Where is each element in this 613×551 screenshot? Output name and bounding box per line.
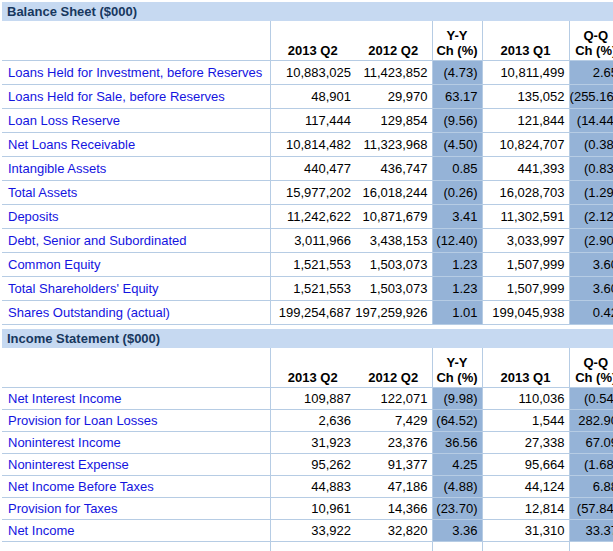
table-row: Net Income 33,922 32,820 3.36 31,310 33.… xyxy=(2,520,613,542)
row-label-link[interactable]: Shares Outstanding (actual) xyxy=(2,301,270,325)
row-label-link[interactable]: Loans Held for Sale, before Reserves xyxy=(2,85,270,109)
table-row: Loans Held for Sale, before Reserves 48,… xyxy=(2,85,613,109)
column-header-line: Ch (%) xyxy=(570,370,613,385)
row-label-link[interactable]: Net Loans Receivable xyxy=(2,133,270,157)
column-header-line: Q-Q xyxy=(570,28,613,43)
row-label-link[interactable]: Total Assets xyxy=(2,181,270,205)
column-header-qq-change: Q-Q Ch (%) xyxy=(569,21,613,61)
value-2013-q2: 48,901 xyxy=(270,85,355,109)
table-row: Deposits 11,242,622 10,871,679 3.41 11,3… xyxy=(2,205,613,229)
row-label-link[interactable]: Noninterest Income xyxy=(2,432,270,454)
value-yy-change: (23.70) xyxy=(432,498,482,520)
value-yy-change: 1.23 xyxy=(432,277,482,301)
value-2013-q2: 109,887 xyxy=(270,388,355,410)
column-header-2013-q2: 2013 Q2 xyxy=(270,348,355,388)
value-yy-change: (64.52) xyxy=(432,410,482,432)
value-qq-change: (2.90) xyxy=(569,229,613,253)
table-row: Noninterest Income 31,923 23,376 36.56 2… xyxy=(2,432,613,454)
value-2013-q2: 15,977,202 xyxy=(270,181,355,205)
row-label-link[interactable]: Noninterest Expense xyxy=(2,454,270,476)
value-qq-change: (255.16) xyxy=(569,85,613,109)
empty-partial-row xyxy=(2,542,613,551)
value-yy-change: 1.01 xyxy=(432,301,482,325)
value-2012-q2: 197,259,926 xyxy=(355,301,432,325)
column-header-line: Ch (%) xyxy=(433,43,482,58)
value-2013-q2: 10,883,025 xyxy=(270,61,355,85)
value-2013-q2: 199,254,687 xyxy=(270,301,355,325)
table-row: Net Income Before Taxes 44,883 47,186 (4… xyxy=(2,476,613,498)
value-2013-q2: 95,262 xyxy=(270,454,355,476)
row-label-link[interactable]: Loan Loss Reserve xyxy=(2,109,270,133)
value-yy-change: (4.50) xyxy=(432,133,482,157)
value-yy-change: (4.88) xyxy=(432,476,482,498)
row-label-link[interactable]: Net Income Before Taxes xyxy=(2,476,270,498)
table-row: Net Interest Income 109,887 122,071 (9.9… xyxy=(2,388,613,410)
value-2013-q1: 1,507,999 xyxy=(482,277,569,301)
row-label-link[interactable]: Net Income xyxy=(2,520,270,542)
value-2012-q2: 7,429 xyxy=(355,410,432,432)
value-2012-q2: 11,423,852 xyxy=(355,61,432,85)
value-2013-q1: 27,338 xyxy=(482,432,569,454)
value-2013-q2: 11,242,622 xyxy=(270,205,355,229)
row-label-link[interactable]: Loans Held for Investment, before Reserv… xyxy=(2,61,270,85)
value-2013-q1: 3,033,997 xyxy=(482,229,569,253)
value-qq-change: (0.83) xyxy=(569,157,613,181)
column-header-2012-q2: 2012 Q2 xyxy=(355,21,432,61)
row-label-link[interactable]: Debt, Senior and Subordinated xyxy=(2,229,270,253)
value-2013-q1: 121,844 xyxy=(482,109,569,133)
value-yy-change: (4.73) xyxy=(432,61,482,85)
value-2013-q1: 44,124 xyxy=(482,476,569,498)
income-statement-title: Income Statement ($000) xyxy=(7,331,160,346)
column-header-line: Y-Y xyxy=(433,28,482,43)
value-2013-q1: 10,811,499 xyxy=(482,61,569,85)
empty-cell xyxy=(569,542,613,551)
value-yy-change: 63.17 xyxy=(432,85,482,109)
row-label-link[interactable]: Net Interest Income xyxy=(2,388,270,410)
income-statement-section-header: Income Statement ($000) xyxy=(2,329,613,348)
value-qq-change: (1.68) xyxy=(569,454,613,476)
value-2012-q2: 3,438,153 xyxy=(355,229,432,253)
value-2013-q1: 12,814 xyxy=(482,498,569,520)
balance-sheet-column-header-row: 2013 Q2 2012 Q2 Y-Y Ch (%) 2013 Q1 Q-Q C… xyxy=(2,21,613,61)
row-label-link[interactable]: Provision for Loan Losses xyxy=(2,410,270,432)
column-header-qq-change: Q-Q Ch (%) xyxy=(569,348,613,388)
row-label-link[interactable]: Deposits xyxy=(2,205,270,229)
value-yy-change: 4.25 xyxy=(432,454,482,476)
value-yy-change: (12.40) xyxy=(432,229,482,253)
value-2012-q2: 129,854 xyxy=(355,109,432,133)
value-2012-q2: 1,503,073 xyxy=(355,277,432,301)
value-qq-change: (1.29) xyxy=(569,181,613,205)
value-qq-change: (57.84) xyxy=(569,498,613,520)
value-2012-q2: 23,376 xyxy=(355,432,432,454)
table-row: Noninterest Expense 95,262 91,377 4.25 9… xyxy=(2,454,613,476)
row-label-link[interactable]: Provision for Taxes xyxy=(2,498,270,520)
column-header-line: Ch (%) xyxy=(570,43,613,58)
value-2012-q2: 14,366 xyxy=(355,498,432,520)
column-header-line: Ch (%) xyxy=(433,370,482,385)
value-2012-q2: 47,186 xyxy=(355,476,432,498)
value-2012-q2: 1,503,073 xyxy=(355,253,432,277)
value-2012-q2: 10,871,679 xyxy=(355,205,432,229)
value-2012-q2: 32,820 xyxy=(355,520,432,542)
value-2012-q2: 436,747 xyxy=(355,157,432,181)
value-2013-q1: 11,302,591 xyxy=(482,205,569,229)
balance-sheet-section-header: Balance Sheet ($000) xyxy=(2,2,613,21)
value-2013-q2: 44,883 xyxy=(270,476,355,498)
column-header-2013-q1: 2013 Q1 xyxy=(482,21,569,61)
table-row: Loan Loss Reserve 117,444 129,854 (9.56)… xyxy=(2,109,613,133)
table-row: Shares Outstanding (actual) 199,254,687 … xyxy=(2,301,613,325)
row-label-link[interactable]: Common Equity xyxy=(2,253,270,277)
balance-sheet-table: 2013 Q2 2012 Q2 Y-Y Ch (%) 2013 Q1 Q-Q C… xyxy=(2,21,613,325)
value-qq-change: 0.42 xyxy=(569,301,613,325)
value-2012-q2: 122,071 xyxy=(355,388,432,410)
empty-cell xyxy=(355,542,432,551)
value-2013-q2: 117,444 xyxy=(270,109,355,133)
table-row: Provision for Loan Losses 2,636 7,429 (6… xyxy=(2,410,613,432)
page: Balance Sheet ($000) 2013 Q2 2012 Q2 Y-Y… xyxy=(0,0,613,551)
value-yy-change: 3.36 xyxy=(432,520,482,542)
row-label-link[interactable]: Intangible Assets xyxy=(2,157,270,181)
value-yy-change: 3.41 xyxy=(432,205,482,229)
column-header-2012-q2: 2012 Q2 xyxy=(355,348,432,388)
row-label-link[interactable]: Total Shareholders' Equity xyxy=(2,277,270,301)
table-row: Total Shareholders' Equity 1,521,553 1,5… xyxy=(2,277,613,301)
